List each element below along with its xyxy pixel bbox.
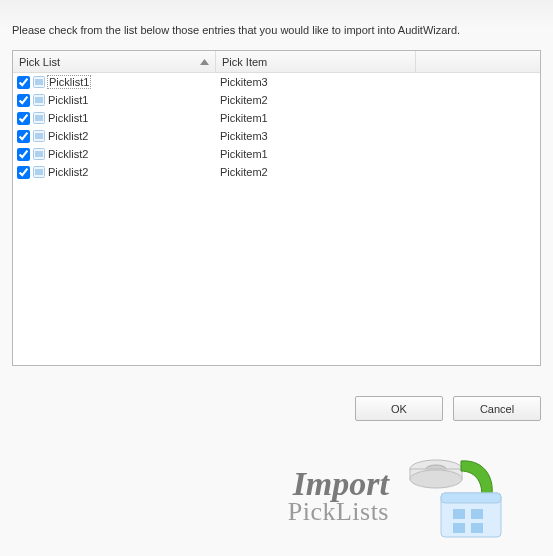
picklist-icon [33,148,45,160]
column-header-pickitem[interactable]: Pick Item [216,51,416,72]
svg-rect-31 [453,509,465,519]
row-checkbox[interactable] [17,112,30,125]
import-picklists-dialog: Please check from the list below those e… [0,0,553,556]
cell-picklist: Picklist2 [17,148,216,161]
cell-picklist: Picklist1 [17,112,216,125]
ok-button[interactable]: OK [355,396,443,421]
cell-pickitem: Pickitem2 [216,94,416,106]
sort-ascending-icon [200,59,209,65]
picklist-label: Picklist1 [48,112,88,124]
picklist-label: Picklist1 [48,94,88,106]
table-row[interactable]: Picklist1Pickitem1 [13,109,540,127]
svg-rect-34 [471,523,483,533]
table-row[interactable]: Picklist2Pickitem3 [13,127,540,145]
column-header-pickitem-label: Pick Item [222,56,267,68]
table-row[interactable]: Picklist1Pickitem3 [13,73,540,91]
cell-pickitem: Pickitem2 [216,166,416,178]
picklist-label: Picklist2 [48,130,88,142]
footer-art: Import PickLists [0,436,553,556]
cell-picklist: Picklist1 [17,75,216,89]
column-header-picklist-label: Pick List [19,56,60,68]
cell-pickitem: Pickitem3 [216,130,416,142]
picklist-icon [33,76,45,88]
footer-text: Import PickLists [288,467,389,525]
cell-pickitem: Pickitem1 [216,112,416,124]
cell-picklist: Picklist2 [17,130,216,143]
picklist-icon [33,94,45,106]
cell-picklist: Picklist2 [17,166,216,179]
svg-marker-0 [200,59,209,65]
row-checkbox[interactable] [17,148,30,161]
footer-title: Import [288,467,389,501]
row-checkbox[interactable] [17,130,30,143]
picklist-icon [33,130,45,142]
picklist-icon [33,166,45,178]
row-checkbox[interactable] [17,76,30,89]
picklist-icon [33,112,45,124]
picklist-label: Picklist1 [47,75,91,89]
table-row[interactable]: Picklist2Pickitem1 [13,145,540,163]
table-row[interactable]: Picklist2Pickitem2 [13,163,540,181]
column-header-empty[interactable] [416,51,540,72]
picklist-grid: Pick List Pick Item Picklist1Pickitem3Pi… [12,50,541,366]
row-checkbox[interactable] [17,166,30,179]
row-checkbox[interactable] [17,94,30,107]
cell-picklist: Picklist1 [17,94,216,107]
cancel-button[interactable]: Cancel [453,396,541,421]
svg-rect-30 [441,493,501,503]
cell-pickitem: Pickitem3 [216,76,416,88]
instruction-text: Please check from the list below those e… [0,0,553,50]
table-row[interactable]: Picklist1Pickitem2 [13,91,540,109]
svg-point-28 [410,470,462,488]
svg-rect-33 [453,523,465,533]
column-header-picklist[interactable]: Pick List [13,51,216,72]
svg-rect-32 [471,509,483,519]
grid-header: Pick List Pick Item [13,51,540,73]
picklist-label: Picklist2 [48,166,88,178]
import-graphic-icon [401,451,511,541]
footer-subtitle: PickLists [288,499,389,525]
dialog-button-row: OK Cancel [355,396,541,421]
picklist-label: Picklist2 [48,148,88,160]
grid-body: Picklist1Pickitem3Picklist1Pickitem2Pick… [13,73,540,365]
cell-pickitem: Pickitem1 [216,148,416,160]
